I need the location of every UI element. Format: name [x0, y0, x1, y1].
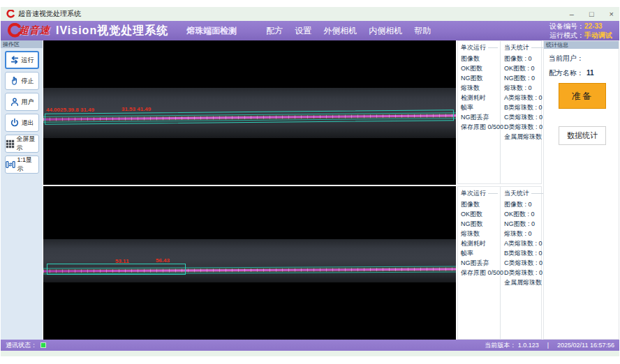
main-menu: 配方 设置 外侧相机 内侧相机 帮助: [266, 25, 431, 37]
stats-panel-bottom: 单次运行 图像数 OK图数 NG图数 熔珠数 检测耗时 帧率 NG图丢弃 保存原…: [457, 186, 542, 340]
brand-name: 超音速: [19, 24, 50, 37]
stat-label: 图像数: [461, 202, 498, 208]
camera-viewport-top[interactable]: 44.0025.39.8 31.49 31.53 41.49: [43, 40, 456, 185]
window-title: 超音速视觉处理系统: [18, 9, 81, 19]
measurement-annotation: 56.43: [156, 257, 170, 264]
brand-logo: 超音速: [6, 23, 50, 38]
user-icon: [10, 97, 20, 107]
recipe-name-value: 11: [586, 69, 594, 77]
user-button[interactable]: 用户: [5, 93, 39, 111]
fullscreen-grid-icon: [6, 139, 15, 149]
measurement-annotation: 31.53 41.49: [121, 106, 151, 112]
data-statistics-button[interactable]: 数据统计: [559, 126, 606, 145]
menu-item-recipe[interactable]: 配方: [266, 25, 283, 37]
app-logo-icon: [6, 10, 15, 18]
app-window: 超音速视觉处理系统 – □ × 超音速 IVision视觉处理系统 熔珠端面检测…: [0, 0, 620, 364]
status-separator: |: [547, 342, 549, 349]
stat-label: NG图丢弃: [461, 114, 498, 121]
run-button[interactable]: 运行: [5, 51, 39, 69]
menu-item-outer-camera[interactable]: 外侧相机: [323, 25, 357, 37]
current-user-label: 当前用户：: [549, 54, 584, 62]
stop-button-label: 停止: [22, 77, 34, 86]
version-value: 1.0.123: [518, 342, 539, 349]
stat-label: 熔珠数: [461, 85, 498, 91]
stat-label: 帧率: [461, 250, 498, 257]
stat-label: NG图数: [461, 221, 498, 227]
version-label: 当前版本：: [485, 342, 516, 349]
run-arrows-icon: [10, 55, 20, 65]
user-button-label: 用户: [22, 98, 34, 107]
operation-sidebar: 操作区 运行 停止 用户 退出: [1, 40, 43, 340]
close-button[interactable]: ×: [610, 7, 614, 21]
fullscreen-button[interactable]: 全屏显示: [5, 135, 39, 153]
menu-item-help[interactable]: 帮助: [414, 25, 431, 37]
window-titlebar: 超音速视觉处理系统 – □ ×: [1, 7, 619, 21]
stat-label: 检测耗时: [461, 241, 498, 247]
single-run-title: 单次运行: [461, 189, 498, 198]
exit-button-label: 退出: [22, 119, 34, 128]
prepare-button[interactable]: 准备: [559, 83, 606, 109]
menu-item-inner-camera[interactable]: 内侧相机: [369, 25, 402, 37]
comm-status-label: 通讯状态：: [6, 341, 37, 350]
stop-button[interactable]: 停止: [5, 72, 39, 90]
stat-label: NG图数: [461, 75, 498, 82]
measurement-annotation: 44.0025.39.8 31.49: [46, 107, 94, 113]
device-id-label: 设备编号：: [549, 22, 584, 30]
app-header: 超音速 IVision视觉处理系统 熔珠端面检测 配方 设置 外侧相机 内侧相机…: [1, 21, 619, 40]
page-title: IVision视觉处理系统: [56, 24, 168, 38]
stats-panel-top: 单次运行 图像数 OK图数 NG图数 熔珠数 检测耗时 帧率 NG图丢弃 保存原…: [457, 40, 542, 184]
device-info: 设备编号：22-33 运行模式：手动调试: [549, 22, 612, 40]
page-subtitle: 熔珠端面检测: [186, 25, 237, 37]
measurement-annotation: 53.11: [115, 258, 129, 264]
fullscreen-button-label: 全屏显示: [17, 135, 38, 153]
run-mode-value: 手动调试: [584, 31, 612, 39]
status-bar: 通讯状态： 当前版本： 1.0.123 | 2025/02/11 16:57:5…: [1, 340, 619, 351]
minimize-button[interactable]: –: [570, 7, 574, 21]
one-to-one-button[interactable]: 1:1显示: [5, 156, 39, 174]
one-to-one-button-label: 1:1显示: [17, 156, 38, 174]
stop-hand-icon: [10, 76, 20, 86]
recipe-name-label: 配方名称：: [549, 69, 584, 77]
sidebar-header: 操作区: [1, 40, 43, 48]
statistics-info-panel: 统计信息 当前用户： 配方名称：11 准备 数据统计: [543, 40, 619, 340]
info-panel-header: 统计信息: [544, 41, 619, 49]
stat-label: 图像数: [461, 56, 498, 62]
stat-label: 熔珠数: [461, 231, 498, 237]
one-to-one-icon: [6, 160, 15, 169]
stat-label: 保存原图 0/500: [461, 270, 498, 276]
exit-button[interactable]: 退出: [5, 114, 39, 132]
stat-label: 检测耗时: [461, 95, 498, 101]
single-run-title: 单次运行: [461, 43, 498, 52]
window-bottom-edge: [1, 351, 619, 356]
run-button-label: 运行: [22, 56, 34, 65]
power-icon: [10, 118, 20, 128]
camera-viewport-bottom[interactable]: 53.11 56.43: [43, 186, 456, 340]
stat-label: OK图数: [461, 66, 498, 72]
device-id-value: 22-33: [584, 22, 603, 30]
stat-label: OK图数: [461, 211, 498, 218]
stat-label: NG图丢弃: [461, 260, 498, 266]
maximize-button[interactable]: □: [589, 7, 594, 21]
comm-status-indicator: [40, 342, 46, 348]
run-mode-label: 运行模式：: [549, 31, 584, 39]
menu-item-settings[interactable]: 设置: [295, 25, 311, 37]
stat-label: 帧率: [461, 105, 498, 111]
detection-roi-rect: [47, 264, 186, 275]
weld-strip-image: [43, 239, 456, 282]
datetime-value: 2025/02/11 16:57:56: [557, 342, 614, 349]
stat-label: 保存原图 0/500: [461, 124, 498, 130]
